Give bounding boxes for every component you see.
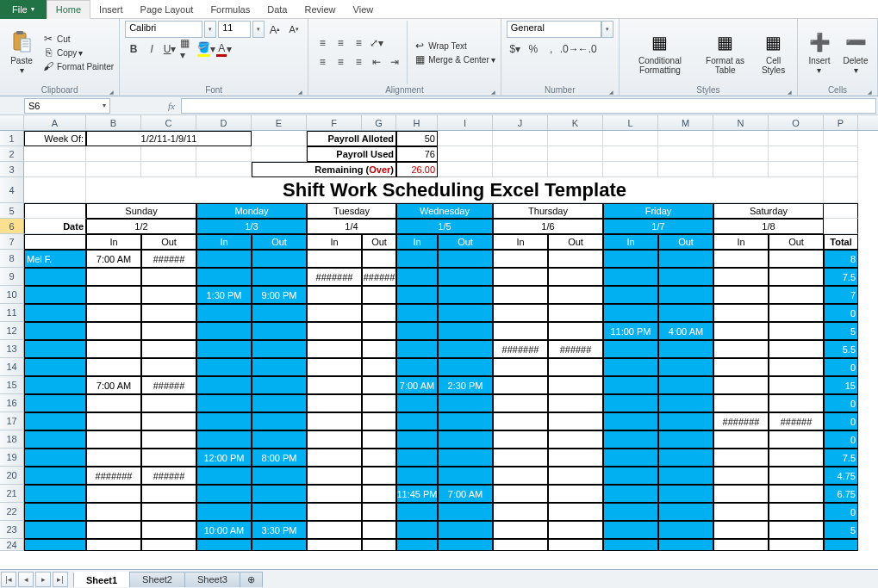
cell-J17[interactable]	[493, 412, 548, 430]
tab-insert[interactable]: Insert	[90, 0, 132, 19]
cell-F13[interactable]	[307, 340, 362, 358]
font-color-button[interactable]: A▾	[215, 40, 233, 58]
out-header-5[interactable]: Out	[658, 234, 713, 250]
row-header-22[interactable]: 22	[0, 503, 24, 521]
cell-N23[interactable]	[713, 521, 769, 539]
cell-N24[interactable]	[713, 539, 769, 551]
cell-G23[interactable]	[362, 521, 396, 539]
cell[interactable]	[603, 131, 658, 146]
align-right-button[interactable]: ≡	[350, 53, 367, 71]
date-4[interactable]: 1/6	[493, 219, 603, 234]
cell-I12[interactable]	[438, 322, 493, 340]
font-size-select[interactable]: 11	[218, 21, 251, 38]
cell-O16[interactable]	[769, 394, 824, 412]
cell-K21[interactable]	[548, 485, 603, 503]
cell-D10[interactable]: 1:30 PM	[196, 286, 252, 304]
cell-N16[interactable]	[713, 394, 769, 412]
cell-G11[interactable]	[362, 304, 396, 322]
day-header-0[interactable]: Sunday	[86, 203, 196, 219]
col-header-E[interactable]: E	[252, 115, 307, 130]
cell-I21[interactable]: 7:00 AM	[438, 485, 493, 503]
cell-G15[interactable]	[362, 376, 396, 394]
in-header-6[interactable]: In	[713, 234, 769, 250]
tab-data[interactable]: Data	[258, 0, 296, 19]
day-header-6[interactable]: Saturday	[713, 203, 824, 219]
cell-O20[interactable]	[769, 467, 824, 485]
cell-N15[interactable]	[713, 376, 769, 394]
employee-name-12[interactable]	[24, 322, 86, 340]
cell-B23[interactable]	[86, 521, 141, 539]
cell[interactable]	[824, 162, 858, 177]
cell-M8[interactable]	[658, 250, 713, 268]
cell-N22[interactable]	[713, 503, 769, 521]
new-sheet-tab[interactable]: ⊕	[240, 572, 263, 587]
col-header-L[interactable]: L	[603, 115, 658, 130]
employee-name-22[interactable]	[24, 503, 86, 521]
day-header-4[interactable]: Thursday	[493, 203, 603, 219]
cell[interactable]	[252, 131, 307, 146]
cell-G22[interactable]	[362, 503, 396, 521]
cell-B10[interactable]	[86, 286, 141, 304]
date-label[interactable]: Date	[24, 219, 86, 234]
row-header-20[interactable]: 20	[0, 467, 24, 485]
font-name-select[interactable]: Calibri	[125, 21, 202, 38]
in-header-3[interactable]: In	[396, 234, 438, 250]
cell-J8[interactable]	[493, 250, 548, 268]
row-header-21[interactable]: 21	[0, 485, 24, 503]
cell-E23[interactable]: 3:30 PM	[252, 521, 307, 539]
cell-J18[interactable]	[493, 430, 548, 449]
cell-F8[interactable]	[307, 250, 362, 268]
cell-O14[interactable]	[769, 358, 824, 376]
cell-B22[interactable]	[86, 503, 141, 521]
in-header-4[interactable]: In	[493, 234, 548, 250]
row-header-2[interactable]: 2	[0, 146, 24, 162]
cell-E10[interactable]: 9:00 PM	[252, 286, 307, 304]
payroll-used-value[interactable]: 76	[396, 146, 438, 162]
cell-J13[interactable]: #######	[493, 340, 548, 358]
cell-E11[interactable]	[252, 304, 307, 322]
date-5[interactable]: 1/7	[603, 219, 713, 234]
merge-center-button[interactable]: ▦Merge & Center ▾	[413, 53, 495, 65]
insert-button[interactable]: ➕Insert▾	[803, 21, 836, 84]
cell[interactable]	[713, 146, 769, 162]
cell-J9[interactable]	[493, 268, 548, 286]
cell[interactable]	[493, 146, 548, 162]
cell-F17[interactable]	[307, 412, 362, 430]
cell[interactable]	[24, 177, 86, 203]
cell-K18[interactable]	[548, 430, 603, 449]
tab-page-layout[interactable]: Page Layout	[132, 0, 202, 19]
cell-L22[interactable]	[603, 503, 658, 521]
cell-B18[interactable]	[86, 430, 141, 449]
cell-D11[interactable]	[196, 304, 252, 322]
cell[interactable]	[603, 146, 658, 162]
cell-N17[interactable]: #######	[713, 412, 769, 430]
row-header-24[interactable]: 24	[0, 539, 24, 551]
cell-C24[interactable]	[141, 539, 196, 551]
cell-O19[interactable]	[769, 449, 824, 467]
employee-name-9[interactable]	[24, 268, 86, 286]
cell-B15[interactable]: 7:00 AM	[86, 376, 141, 394]
cell-H9[interactable]	[396, 268, 438, 286]
cell-B11[interactable]	[86, 304, 141, 322]
cell-N8[interactable]	[713, 250, 769, 268]
day-header-5[interactable]: Friday	[603, 203, 713, 219]
cell-J20[interactable]	[493, 467, 548, 485]
cell-I17[interactable]	[438, 412, 493, 430]
date-1[interactable]: 1/3	[196, 219, 307, 234]
cell-K10[interactable]	[548, 286, 603, 304]
total-24[interactable]	[824, 539, 858, 551]
cell-M24[interactable]	[658, 539, 713, 551]
in-header-5[interactable]: In	[603, 234, 658, 250]
in-header-2[interactable]: In	[307, 234, 362, 250]
cell-D16[interactable]	[196, 394, 252, 412]
employee-name-10[interactable]	[24, 286, 86, 304]
align-left-button[interactable]: ≡	[314, 53, 331, 71]
tab-home[interactable]: Home	[47, 0, 90, 19]
cell-O23[interactable]	[769, 521, 824, 539]
cell-J23[interactable]	[493, 521, 548, 539]
cell-H18[interactable]	[396, 430, 438, 449]
cell[interactable]	[86, 146, 141, 162]
cell[interactable]	[493, 162, 548, 177]
cell-H22[interactable]	[396, 503, 438, 521]
cell-H12[interactable]	[396, 322, 438, 340]
